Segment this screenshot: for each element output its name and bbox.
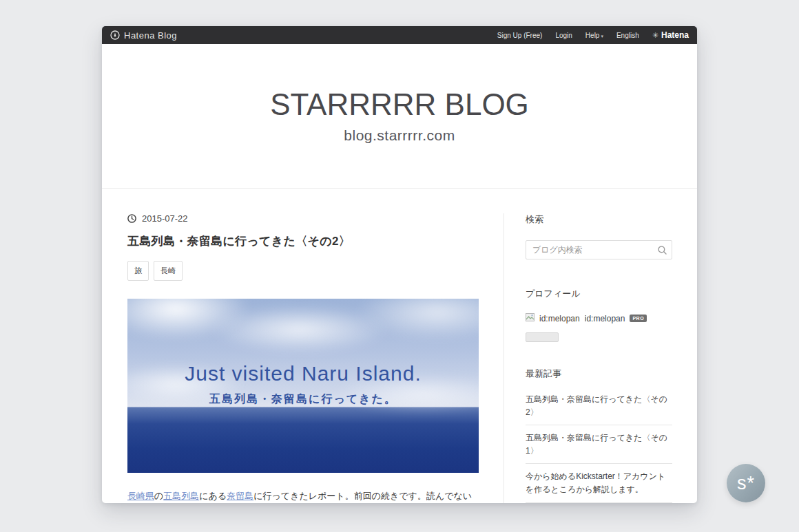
help-menu[interactable]: Help▾ — [585, 32, 603, 39]
hatena-blog-logo-icon — [110, 30, 120, 40]
tag-nagasaki[interactable]: 長崎 — [154, 261, 183, 281]
entry-date[interactable]: 2015-07-22 — [142, 213, 188, 224]
link-nagasaki-pref[interactable]: 長崎県 — [127, 491, 154, 501]
hero-caption-ja: 五島列島・奈留島に行ってきた。 — [127, 392, 479, 407]
column-divider — [504, 213, 504, 503]
profile-id-link[interactable]: id:melopan — [585, 314, 625, 323]
entry-date-row: 2015-07-22 — [127, 213, 479, 224]
chevron-down-icon: ▾ — [601, 34, 603, 39]
search-box — [526, 240, 672, 259]
hero-caption-en: Just visited Naru Island. — [127, 362, 479, 385]
subscribe-button-placeholder[interactable] — [526, 332, 559, 342]
search-heading: 検索 — [526, 213, 672, 226]
recent-post-link[interactable]: 五島列島・奈留島に行ってきた〈その1〉 — [526, 425, 672, 464]
hero-caption: Just visited Naru Island. 五島列島・奈留島に行ってきた… — [127, 362, 479, 407]
floating-badge-label: s* — [737, 473, 755, 494]
signup-link[interactable]: Sign Up (Free) — [497, 32, 543, 39]
entry-tags: 旅 長崎 — [127, 261, 479, 281]
search-icon[interactable] — [658, 245, 667, 257]
link-goto-islands[interactable]: 五島列島 — [163, 491, 199, 501]
recent-post-link[interactable]: 五島列島・奈留島に行ってきた〈その2〉 — [526, 387, 672, 425]
link-naru-island[interactable]: 奈留島 — [227, 491, 253, 501]
recent-posts-heading: 最新記事 — [526, 368, 672, 380]
profile-id[interactable]: id:melopan — [539, 314, 580, 323]
search-input[interactable] — [526, 240, 672, 259]
hatena-corporate-logo[interactable]: ✳ Hatena — [652, 30, 689, 40]
hatena-blog-brand-label: Hatena Blog — [124, 30, 177, 41]
hatena-logo-label: Hatena — [661, 30, 689, 40]
content-area: 2015-07-22 五島列島・奈留島に行ってきた〈その2〉 旅 長崎 Just… — [102, 189, 697, 503]
entry-title[interactable]: 五島列島・奈留島に行ってきた〈その2〉 — [127, 233, 479, 249]
recent-post-link[interactable]: 今から始めるKickstarter！アカウントを作るところから解説します。 — [526, 464, 672, 502]
blog-subdomain: blog.starrrrr.com — [344, 127, 455, 144]
broken-image-icon — [526, 313, 535, 323]
hatena-global-navbar: Hatena Blog Sign Up (Free) Login Help▾ E… — [102, 26, 697, 44]
entry-body-paragraph: 長崎県の五島列島にある奈留島に行ってきたレポート。前回の続きです。読んでない方は… — [127, 489, 479, 503]
entry-hero-image: Just visited Naru Island. 五島列島・奈留島に行ってきた… — [127, 299, 479, 473]
hatena-star-icon: ✳ — [652, 31, 658, 40]
starrrrr-floating-badge[interactable]: s* — [727, 464, 765, 502]
pro-badge: PRO — [630, 315, 647, 322]
clock-icon — [127, 214, 136, 223]
profile-row: id:melopan id:melopan PRO — [526, 313, 672, 323]
article: 2015-07-22 五島列島・奈留島に行ってきた〈その2〉 旅 長崎 Just… — [127, 213, 479, 503]
login-link[interactable]: Login — [555, 32, 572, 39]
profile-heading: プロフィール — [526, 288, 672, 300]
hatena-blog-brand[interactable]: Hatena Blog — [110, 30, 177, 41]
blog-header: STARRRRR BLOG blog.starrrrr.com — [102, 44, 697, 189]
navbar-links: Sign Up (Free) Login Help▾ English ✳ Hat… — [497, 30, 689, 40]
tag-travel[interactable]: 旅 — [127, 261, 149, 281]
recent-posts-list: 五島列島・奈留島に行ってきた〈その2〉 五島列島・奈留島に行ってきた〈その1〉 … — [526, 387, 672, 503]
sidebar: 検索 プロフィール — [526, 213, 672, 503]
language-link[interactable]: English — [616, 32, 639, 39]
browser-window: Hatena Blog Sign Up (Free) Login Help▾ E… — [102, 26, 697, 503]
blog-title[interactable]: STARRRRR BLOG — [270, 88, 529, 121]
